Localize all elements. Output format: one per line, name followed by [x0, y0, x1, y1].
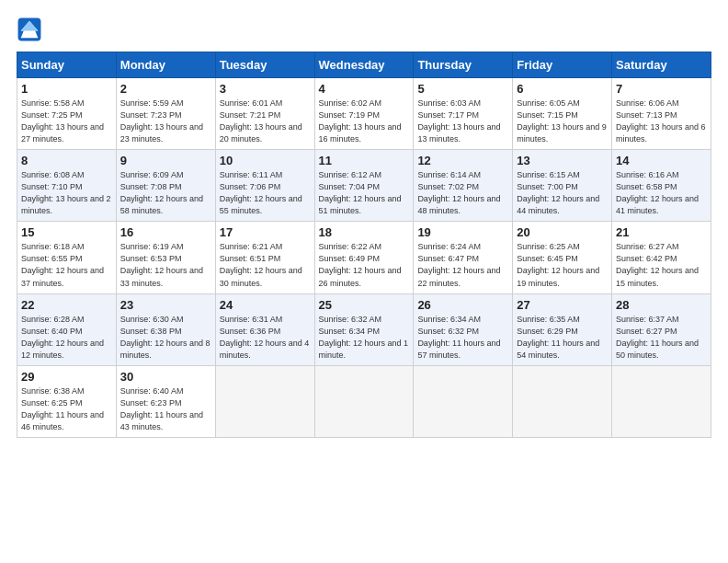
calendar-row-4: 22 Sunrise: 6:28 AMSunset: 6:40 PMDaylig…	[17, 293, 711, 365]
calendar-cell: 24 Sunrise: 6:31 AMSunset: 6:36 PMDaylig…	[215, 293, 314, 365]
day-number: 30	[120, 370, 211, 384]
day-number: 21	[616, 225, 707, 239]
calendar-cell: 14 Sunrise: 6:16 AMSunset: 6:58 PMDaylig…	[612, 150, 711, 222]
day-info: Sunrise: 6:12 AMSunset: 7:04 PMDaylight:…	[319, 169, 410, 217]
day-number: 19	[417, 225, 508, 239]
calendar-cell: 5 Sunrise: 6:03 AMSunset: 7:17 PMDayligh…	[414, 78, 513, 150]
day-number: 10	[220, 154, 311, 167]
col-header-wednesday: Wednesday	[314, 52, 414, 78]
day-info: Sunrise: 6:31 AMSunset: 6:36 PMDaylight:…	[220, 314, 311, 362]
calendar-cell	[513, 365, 612, 437]
calendar-cell: 27 Sunrise: 6:35 AMSunset: 6:29 PMDaylig…	[513, 293, 612, 365]
logo	[17, 17, 46, 42]
calendar-cell: 13 Sunrise: 6:15 AMSunset: 7:00 PMDaylig…	[513, 150, 612, 222]
day-number: 18	[319, 225, 410, 239]
day-info: Sunrise: 6:19 AMSunset: 6:53 PMDaylight:…	[120, 241, 211, 289]
col-header-saturday: Saturday	[612, 52, 711, 78]
calendar-cell	[414, 365, 513, 437]
calendar-page: SundayMondayTuesdayWednesdayThursdayFrid…	[0, 0, 728, 447]
day-number: 14	[616, 154, 707, 167]
calendar-cell: 25 Sunrise: 6:32 AMSunset: 6:34 PMDaylig…	[314, 293, 414, 365]
day-info: Sunrise: 6:32 AMSunset: 6:34 PMDaylight:…	[319, 314, 410, 362]
day-number: 6	[517, 82, 608, 96]
calendar-cell: 30 Sunrise: 6:40 AMSunset: 6:23 PMDaylig…	[116, 365, 215, 437]
day-number: 22	[21, 298, 112, 312]
calendar-cell: 10 Sunrise: 6:11 AMSunset: 7:06 PMDaylig…	[215, 150, 314, 222]
day-number: 23	[120, 298, 211, 312]
col-header-friday: Friday	[513, 52, 612, 78]
calendar-table: SundayMondayTuesdayWednesdayThursdayFrid…	[17, 52, 711, 438]
calendar-cell	[612, 365, 711, 437]
calendar-cell: 18 Sunrise: 6:22 AMSunset: 6:49 PMDaylig…	[314, 222, 414, 293]
day-info: Sunrise: 6:11 AMSunset: 7:06 PMDaylight:…	[220, 169, 311, 217]
calendar-cell: 22 Sunrise: 6:28 AMSunset: 6:40 PMDaylig…	[17, 293, 117, 365]
day-number: 24	[220, 298, 311, 312]
day-info: Sunrise: 6:34 AMSunset: 6:32 PMDaylight:…	[417, 314, 508, 362]
col-header-monday: Monday	[116, 52, 215, 78]
day-info: Sunrise: 6:25 AMSunset: 6:45 PMDaylight:…	[517, 241, 608, 289]
day-number: 28	[616, 298, 707, 312]
day-info: Sunrise: 6:38 AMSunset: 6:25 PMDaylight:…	[21, 385, 112, 433]
day-info: Sunrise: 6:27 AMSunset: 6:42 PMDaylight:…	[616, 241, 707, 289]
day-number: 8	[21, 154, 112, 167]
calendar-cell: 1 Sunrise: 5:58 AMSunset: 7:25 PMDayligh…	[17, 78, 117, 150]
day-info: Sunrise: 6:06 AMSunset: 7:13 PMDaylight:…	[616, 98, 707, 145]
day-number: 15	[21, 225, 112, 239]
calendar-cell: 12 Sunrise: 6:14 AMSunset: 7:02 PMDaylig…	[414, 150, 513, 222]
day-number: 4	[319, 82, 410, 96]
calendar-row-1: 1 Sunrise: 5:58 AMSunset: 7:25 PMDayligh…	[17, 78, 711, 150]
day-info: Sunrise: 6:21 AMSunset: 6:51 PMDaylight:…	[220, 241, 311, 289]
day-number: 2	[120, 82, 211, 96]
logo-icon	[17, 17, 42, 42]
day-number: 20	[517, 225, 608, 239]
calendar-row-2: 8 Sunrise: 6:08 AMSunset: 7:10 PMDayligh…	[17, 150, 711, 222]
calendar-cell: 2 Sunrise: 5:59 AMSunset: 7:23 PMDayligh…	[116, 78, 215, 150]
day-info: Sunrise: 6:02 AMSunset: 7:19 PMDaylight:…	[319, 98, 410, 145]
day-number: 26	[417, 298, 508, 312]
calendar-cell: 3 Sunrise: 6:01 AMSunset: 7:21 PMDayligh…	[215, 78, 314, 150]
day-number: 3	[220, 82, 311, 96]
col-header-sunday: Sunday	[17, 52, 117, 78]
calendar-cell	[314, 365, 414, 437]
day-info: Sunrise: 6:35 AMSunset: 6:29 PMDaylight:…	[517, 314, 608, 362]
day-info: Sunrise: 6:30 AMSunset: 6:38 PMDaylight:…	[120, 314, 211, 362]
calendar-cell: 17 Sunrise: 6:21 AMSunset: 6:51 PMDaylig…	[215, 222, 314, 293]
day-number: 17	[220, 225, 311, 239]
calendar-cell: 4 Sunrise: 6:02 AMSunset: 7:19 PMDayligh…	[314, 78, 414, 150]
calendar-cell: 21 Sunrise: 6:27 AMSunset: 6:42 PMDaylig…	[612, 222, 711, 293]
day-info: Sunrise: 6:18 AMSunset: 6:55 PMDaylight:…	[21, 241, 112, 289]
calendar-cell: 29 Sunrise: 6:38 AMSunset: 6:25 PMDaylig…	[17, 365, 117, 437]
day-info: Sunrise: 6:40 AMSunset: 6:23 PMDaylight:…	[120, 385, 211, 433]
day-info: Sunrise: 6:28 AMSunset: 6:40 PMDaylight:…	[21, 314, 112, 362]
day-info: Sunrise: 5:58 AMSunset: 7:25 PMDaylight:…	[21, 98, 112, 145]
day-number: 29	[21, 370, 112, 384]
day-number: 25	[319, 298, 410, 312]
calendar-row-3: 15 Sunrise: 6:18 AMSunset: 6:55 PMDaylig…	[17, 222, 711, 293]
header-row: SundayMondayTuesdayWednesdayThursdayFrid…	[17, 52, 711, 78]
day-number: 1	[21, 82, 112, 96]
calendar-cell: 19 Sunrise: 6:24 AMSunset: 6:47 PMDaylig…	[414, 222, 513, 293]
day-number: 27	[517, 298, 608, 312]
day-info: Sunrise: 6:03 AMSunset: 7:17 PMDaylight:…	[417, 98, 508, 145]
day-number: 16	[120, 225, 211, 239]
day-info: Sunrise: 6:22 AMSunset: 6:49 PMDaylight:…	[319, 241, 410, 289]
day-number: 12	[417, 154, 508, 167]
col-header-thursday: Thursday	[414, 52, 513, 78]
calendar-cell: 6 Sunrise: 6:05 AMSunset: 7:15 PMDayligh…	[513, 78, 612, 150]
calendar-cell: 23 Sunrise: 6:30 AMSunset: 6:38 PMDaylig…	[116, 293, 215, 365]
calendar-row-5: 29 Sunrise: 6:38 AMSunset: 6:25 PMDaylig…	[17, 365, 711, 437]
day-number: 13	[517, 154, 608, 167]
day-info: Sunrise: 6:37 AMSunset: 6:27 PMDaylight:…	[616, 314, 707, 362]
col-header-tuesday: Tuesday	[215, 52, 314, 78]
day-info: Sunrise: 6:16 AMSunset: 6:58 PMDaylight:…	[616, 169, 707, 217]
calendar-cell: 16 Sunrise: 6:19 AMSunset: 6:53 PMDaylig…	[116, 222, 215, 293]
day-info: Sunrise: 5:59 AMSunset: 7:23 PMDaylight:…	[120, 98, 211, 145]
calendar-cell: 9 Sunrise: 6:09 AMSunset: 7:08 PMDayligh…	[116, 150, 215, 222]
calendar-cell: 8 Sunrise: 6:08 AMSunset: 7:10 PMDayligh…	[17, 150, 117, 222]
header	[17, 17, 711, 42]
day-number: 7	[616, 82, 707, 96]
day-info: Sunrise: 6:14 AMSunset: 7:02 PMDaylight:…	[417, 169, 508, 217]
day-info: Sunrise: 6:09 AMSunset: 7:08 PMDaylight:…	[120, 169, 211, 217]
day-info: Sunrise: 6:24 AMSunset: 6:47 PMDaylight:…	[417, 241, 508, 289]
calendar-cell: 28 Sunrise: 6:37 AMSunset: 6:27 PMDaylig…	[612, 293, 711, 365]
